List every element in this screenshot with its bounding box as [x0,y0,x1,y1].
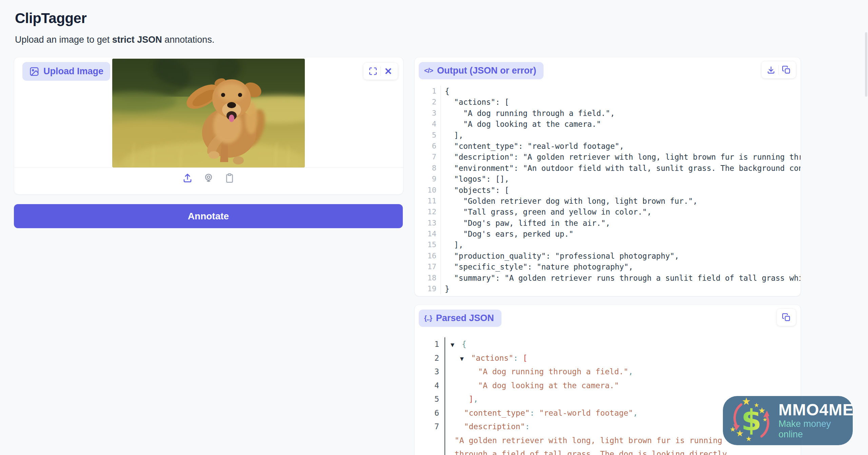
svg-text:★: ★ [746,435,752,443]
upload-source-icon[interactable] [181,171,194,185]
line-number: 11 [419,196,440,206]
parsed-actions [777,309,796,326]
output-panel-title: Output (JSON or error) [437,65,536,76]
parsed-line: 4 "A dog looking at the camera." [419,379,801,393]
code-line: 16 "production_quality": "professional p… [419,251,801,261]
upload-image-button[interactable]: Upload Image [22,62,110,81]
output-panel-header: </> Output (JSON or error) [419,62,544,79]
line-number [419,447,445,455]
watermark-text: MMO4ME Make money online [778,401,854,439]
line-number: 6 [419,406,445,420]
annotate-button[interactable]: Annotate [14,204,403,228]
line-number: 19 [419,283,440,294]
line-text: through a field of tall grass. The dog i… [445,447,801,455]
parsed-line: 2 ▼ "actions": [ [419,351,801,365]
parsed-line: through a field of tall grass. The dog i… [419,447,801,455]
webcam-icon[interactable] [202,171,215,185]
line-number: 9 [419,174,440,184]
dog-photo [112,59,305,167]
line-number: 17 [419,261,440,272]
parsed-line: 3 "A dog running through a field.", [419,365,801,379]
image-source-icons [181,171,236,185]
code-line: 8 "environment": "An outdoor field with … [419,163,801,174]
line-number: 3 [419,108,440,119]
line-number: 5 [419,130,440,141]
svg-text:★: ★ [758,406,766,415]
page-scrollbar[interactable] [865,32,867,97]
line-number: 1 [419,337,445,351]
code-line: 15 ], [419,239,801,250]
code-line: 4 "A dog looking at the camera." [419,119,801,130]
line-text: ], [440,130,801,141]
upload-card: Upload Image [14,57,403,195]
svg-text:★: ★ [736,428,744,438]
subtitle-prefix: Upload an image to get [15,35,112,45]
page-title: ClipTagger [15,10,86,26]
line-number: 6 [419,141,440,152]
mmo4me-watermark[interactable]: $ ★ ★ ★ ★ ★ ★ ★ MMO4ME Make money online [723,396,853,445]
line-number: 13 [419,218,440,229]
code-icon: </> [424,67,433,75]
code-line: 7 "description": "A golden retriever wit… [419,152,801,162]
watermark-tagline: Make money online [778,419,854,440]
line-number: 7 [419,152,440,162]
line-number: 7 [419,420,445,434]
line-number: 14 [419,229,440,239]
line-number [419,434,445,448]
code-line: 5 ], [419,130,801,141]
code-line: 6 "content_type": "real-world footage", [419,141,801,152]
upload-image-label: Upload Image [43,66,103,77]
close-icon[interactable]: ✕ [381,65,396,77]
code-line: 12 "Tall grass, green and yellow in colo… [419,206,801,217]
line-text: "logos": [], [440,174,801,184]
braces-icon: {..} [424,314,432,322]
line-number: 1 [419,86,440,97]
code-line: 9 "logos": [], [419,174,801,184]
svg-text:★: ★ [763,416,767,423]
collapse-triangle-icon[interactable]: ▼ [451,341,454,348]
copy-icon[interactable] [779,312,794,323]
line-number: 16 [419,251,440,261]
clipboard-icon[interactable] [223,171,236,185]
code-line: 13 "Dog's paw, lifted in the air.", [419,218,801,229]
line-text: "Tall grass, green and yellow in color."… [440,206,801,217]
download-icon[interactable] [764,64,778,76]
image-icon [29,66,39,77]
output-actions [762,61,796,78]
code-line: 14 "Dog's ears, perked up." [419,229,801,239]
code-line: 18 "summary": "A golden retriever runs t… [419,273,801,283]
line-text: "Dog's ears, perked up." [440,229,801,239]
line-number: 2 [419,351,445,365]
line-text: "Dog's paw, lifted in the air.", [440,218,801,229]
code-line: 2 "actions": [ [419,97,801,107]
copy-icon[interactable] [779,64,794,76]
line-text: "Golden retriever dog with long, light b… [440,196,801,206]
subtitle-suffix: annotations. [162,35,215,45]
line-number: 15 [419,239,440,250]
line-text: "description": "A golden retriever with … [440,152,801,162]
line-text: "objects": [ [440,185,801,196]
preview-image[interactable] [112,59,305,167]
line-text: "content_type": "real-world footage", [440,141,801,152]
svg-text:★: ★ [730,425,736,433]
code-line: 17 "specific_style": "nature photography… [419,261,801,272]
dollar-emblem-icon: $ ★ ★ ★ ★ ★ ★ ★ [728,396,775,445]
expand-icon[interactable] [366,65,380,77]
line-text: "production_quality": "professional phot… [440,251,801,261]
line-number: 4 [419,379,445,393]
image-controls: ✕ [363,63,398,80]
page-subtitle: Upload an image to get strict JSON annot… [15,35,214,45]
line-number: 4 [419,119,440,130]
collapse-triangle-icon[interactable]: ▼ [460,355,464,362]
parsed-panel-header: {..} Parsed JSON [419,310,501,327]
line-number: 10 [419,185,440,196]
subtitle-bold: strict JSON [112,35,162,45]
line-number: 3 [419,365,445,379]
line-text: "summary": "A golden retriever runs thro… [440,273,801,283]
line-text: { [440,86,801,97]
line-text: ▼ { [445,337,801,351]
line-text: } [440,283,801,294]
output-code[interactable]: 1{2 "actions": [3 "A dog running through… [419,86,801,294]
line-text: "environment": "An outdoor field with ta… [440,163,801,174]
line-text: "actions": [ [440,97,801,107]
